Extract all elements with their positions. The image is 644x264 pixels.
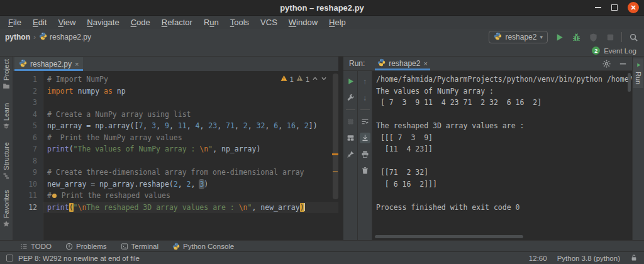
toolwindow-todo[interactable]: TODO — [20, 243, 52, 250]
menu-vcs[interactable]: VCS — [255, 18, 283, 27]
run-toolbar-left — [343, 71, 358, 240]
sidebar-tab-project[interactable]: Project — [0, 59, 13, 92]
toolwindow-python-console[interactable]: Python Console — [172, 243, 234, 250]
toolwindow-label: Problems — [76, 243, 107, 250]
code-line: new_array = np_array.reshape(2, 2, 3) — [43, 179, 338, 190]
up-arrow-icon[interactable]: ↑ — [360, 76, 370, 87]
sidebar-tab-structure[interactable]: Structure — [0, 142, 13, 182]
rerun-button[interactable] — [345, 76, 356, 87]
menu-view[interactable]: View — [52, 18, 81, 27]
down-arrow-icon[interactable]: ↓ — [360, 92, 370, 103]
console-vertical-scrollbar[interactable] — [628, 73, 631, 92]
error-stripe-mark[interactable] — [332, 153, 338, 155]
chevron-up-icon[interactable] — [312, 74, 318, 85]
stop-button[interactable] — [345, 116, 356, 127]
run-button[interactable] — [553, 31, 565, 43]
close-tab-icon[interactable]: × — [75, 60, 79, 68]
learn-icon — [3, 123, 10, 132]
tab-reshape2-py[interactable]: reshape2.py × — [14, 57, 83, 71]
profiler-button[interactable] — [604, 31, 616, 43]
event-log-badge: 2 — [592, 47, 600, 55]
editor-code-area[interactable]: # Import NumPyimport numpy as np# Create… — [43, 71, 338, 240]
soft-wrap-button[interactable] — [360, 116, 370, 127]
toolwindow-label: Terminal — [131, 243, 158, 250]
gear-icon[interactable] — [601, 58, 612, 69]
run-body: ↑ ↓ /home/fahmida/PycharmProjects/python… — [343, 71, 632, 240]
scroll-to-end-button[interactable] — [360, 133, 370, 143]
sidebar-tab-favorites[interactable]: Favorites — [0, 190, 13, 229]
chevron-down-icon[interactable] — [321, 74, 327, 85]
clear-all-button[interactable] — [360, 165, 370, 176]
breadcrumb-separator: › — [33, 33, 36, 41]
sidebar-tab-label: Structure — [3, 142, 10, 170]
close-tab-icon[interactable]: × — [423, 60, 427, 67]
menu-tools[interactable]: Tools — [225, 18, 255, 27]
code-line: # Create three-dimensional array from on… — [43, 167, 338, 179]
lock-icon[interactable] — [630, 254, 638, 263]
error-stripe-mark[interactable] — [333, 171, 338, 172]
line-number: 7 — [13, 143, 37, 155]
console-line: The reshaped 3D array values are : — [376, 120, 632, 132]
toolwindow-terminal[interactable]: Terminal — [121, 243, 158, 250]
code-editor[interactable]: 123456789101112 # Import NumPyimport num… — [13, 71, 338, 240]
tab-run-side[interactable]: Run — [633, 58, 643, 88]
menu-navigate[interactable]: Navigate — [81, 18, 125, 27]
breadcrumb-project[interactable]: python — [5, 33, 30, 41]
menu-edit[interactable]: Edit — [27, 18, 52, 27]
close-button[interactable]: ✕ — [628, 2, 639, 13]
title-bar: python – reshape2.py ✕ — [0, 0, 644, 16]
breadcrumb: python › reshape2.py — [5, 32, 91, 42]
line-number: 9 — [13, 167, 37, 179]
menu-code[interactable]: Code — [125, 18, 156, 27]
run-header-actions — [601, 58, 632, 69]
coverage-button[interactable] — [587, 31, 599, 43]
line-number: 8 — [13, 155, 37, 167]
sidebar-tab-learn[interactable]: Learn — [0, 103, 13, 132]
menu-file[interactable]: File — [3, 18, 27, 27]
menu-help[interactable]: Help — [323, 18, 352, 27]
code-line: # Print the NumPy array values — [43, 132, 338, 144]
edit-configuration-button[interactable] — [345, 92, 356, 103]
event-bar: 2 Event Log — [0, 45, 644, 57]
console-horizontal-scrollbar[interactable] — [375, 235, 523, 238]
menu-run[interactable]: Run — [198, 18, 225, 27]
code-line — [43, 97, 338, 109]
caret-position[interactable]: 12:60 — [529, 255, 547, 262]
menu-window[interactable]: Window — [283, 18, 323, 27]
event-log-button[interactable]: Event Log — [604, 47, 636, 55]
right-tool-strip: Run — [632, 57, 644, 240]
navigation-bar: python › reshape2.py reshape2 ▾ — [0, 29, 644, 45]
pin-tab-button[interactable] — [345, 149, 356, 160]
print-button[interactable] — [360, 149, 370, 160]
restore-layout-button[interactable] — [345, 133, 356, 143]
sidebar-tab-label: Favorites — [3, 190, 10, 218]
editor-indicator-icon[interactable] — [6, 255, 13, 261]
text-caret — [304, 203, 306, 211]
run-tab-reshape2[interactable]: reshape2 × — [374, 57, 431, 70]
inspection-widget[interactable]: 1 1 — [279, 74, 328, 85]
editor-scrollbar[interactable] — [333, 74, 338, 199]
search-everywhere-button[interactable] — [628, 31, 639, 43]
python-icon — [39, 32, 47, 42]
status-message: PEP 8: W292 no newline at end of file — [18, 255, 140, 262]
interpreter-selector[interactable]: Python 3.8 (python) — [557, 255, 620, 262]
menu-refactor[interactable]: Refactor — [156, 18, 198, 27]
editor-run-splitter[interactable] — [338, 57, 343, 240]
maximize-button[interactable] — [611, 4, 618, 11]
active-tab-underline — [375, 69, 430, 70]
divider — [360, 109, 370, 110]
code-line: print("\nThe reshaped 3D array values ar… — [43, 202, 338, 214]
hide-panel-button[interactable] — [617, 58, 628, 69]
line-number: 5 — [13, 120, 37, 132]
code-line: print("The values of NumPy array : \n", … — [43, 143, 338, 155]
breadcrumb-file[interactable]: reshape2.py — [39, 32, 91, 42]
warning-count: 1 — [290, 74, 294, 85]
run-console-output[interactable]: /home/fahmida/PycharmProjects/python/ven… — [372, 71, 632, 240]
debug-button[interactable] — [570, 31, 582, 43]
minimize-button[interactable] — [595, 7, 601, 8]
toolwindow-problems[interactable]: Problems — [65, 243, 107, 250]
run-configuration-select[interactable]: reshape2 ▾ — [489, 31, 548, 43]
python-icon — [19, 59, 27, 69]
status-bar: PEP 8: W292 no newline at end of file 12… — [0, 251, 644, 264]
python-icon — [172, 243, 180, 250]
